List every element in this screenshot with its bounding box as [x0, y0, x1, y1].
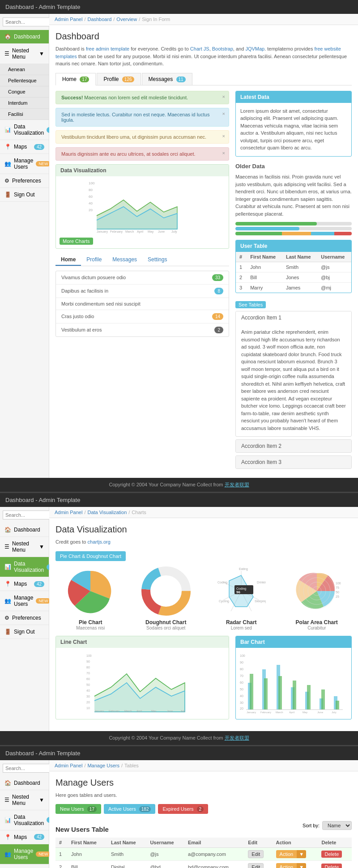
user-tabs-3: New Users 17 Active Users 182 Expired Us… [55, 804, 352, 814]
see-tables-btn[interactable]: See Tables [235, 301, 266, 308]
sidebar-item-prefs-1[interactable]: ⚙ Preferences [0, 174, 49, 188]
svg-text:60: 60 [86, 677, 90, 681]
line-chart-header-2: Line Chart [56, 636, 229, 648]
tab-home-1[interactable]: Home 17 [55, 73, 96, 85]
user-tab-active[interactable]: Active Users 182 [104, 804, 155, 814]
edit-btn-n1[interactable]: Edit [248, 850, 264, 858]
sidebar-item-dashboard-2[interactable]: 🏠 Dashboard [0, 523, 49, 537]
action-caret-n1[interactable]: ▼ [297, 850, 306, 858]
bar-chart-svg: 100 90 80 70 60 50 40 30 20 [239, 651, 348, 714]
submenu-congue-1[interactable]: Congue [0, 86, 49, 98]
action-btn-n1[interactable]: Action [276, 850, 297, 858]
accordion-header-3[interactable]: Accordion Item 3 [236, 456, 351, 468]
svg-rect-73 [293, 681, 296, 710]
inner-tab-messages-1[interactable]: Messages [107, 254, 142, 266]
inner-tab-settings-1[interactable]: Settings [142, 254, 172, 266]
sidebar-item-data-2[interactable]: 📊 Data Visualization 8 [0, 557, 49, 577]
accordion-header-2[interactable]: Accordion Item 2 [236, 440, 351, 452]
footer-link-2[interactable]: 开发者联盟 [225, 735, 249, 740]
sort-select[interactable]: NameDateEmail [322, 821, 352, 830]
delete-btn-n1[interactable]: Delete [321, 851, 342, 858]
close-success-1[interactable]: × [222, 94, 225, 99]
user-tab-new[interactable]: New Users 17 [55, 804, 101, 814]
close-info-1[interactable]: × [222, 111, 225, 116]
svg-text:40: 40 [86, 689, 90, 692]
free-template-link[interactable]: free admin template [86, 46, 129, 51]
data-icon-1: 📊 [4, 127, 11, 133]
accordion-header-1[interactable]: Accordion Item 1 [236, 311, 351, 324]
page-3-wrapper: Go 🏠 Dashboard ☰ Nested Menu ▼ 📊 Data Vi… [0, 760, 358, 868]
footer-link-1[interactable]: 开发者联盟 [225, 482, 249, 487]
older-data-text: Maecenas in facilisis nisi. Proin gravid… [235, 173, 352, 217]
action-btn-n2[interactable]: Action [276, 863, 297, 868]
sidebar-item-prefs-3[interactable]: ⚙ Preferences [0, 864, 49, 868]
tab-messages-1[interactable]: Messages 11 [142, 73, 192, 85]
sidebar-item-data-3[interactable]: 📊 Data Visualization 8 [0, 810, 49, 830]
list-item-4: Cras justo odio 14 [56, 310, 229, 323]
sidebar-item-users-3[interactable]: 👥 Manage Users NEW [0, 844, 49, 864]
bc3-users[interactable]: Manage Users [87, 763, 119, 768]
sidebar-item-maps-2[interactable]: 📍 Maps 42 [0, 577, 49, 591]
inner-tab-home-1[interactable]: Home [55, 254, 81, 266]
sidebar-item-data-1[interactable]: 📊 Data Visualization 8 [0, 120, 49, 140]
bc3-admin[interactable]: Admin Panel [55, 763, 82, 768]
inner-tab-profile-1[interactable]: Profile [81, 254, 107, 266]
sidebar-item-users-2[interactable]: 👥 Manage Users NEW [0, 591, 49, 611]
radar-chart-item: Coding 96 Eating Drinking Sleeping Cycli… [206, 566, 277, 630]
edit-btn-n2[interactable]: Edit [248, 863, 264, 868]
search-bar-2: Go [0, 507, 49, 523]
sidebar-item-dashboard-3[interactable]: 🏠 Dashboard [0, 776, 49, 790]
th-lastname: Last Name [282, 252, 317, 262]
submenu-aenean-1[interactable]: Aenean [0, 64, 49, 75]
sidebar-item-nested-3[interactable]: ☰ Nested Menu ▼ [0, 790, 49, 810]
breadcrumb-dashboard-1[interactable]: Dashboard [87, 17, 111, 22]
maps-badge-1: 42 [34, 144, 44, 150]
tab-profile-1[interactable]: Profile 126 [97, 73, 141, 85]
pb-3 [235, 232, 352, 235]
user-row-1: 1JohnSmith@js [236, 262, 351, 272]
breadcrumb-overview-1[interactable]: Overview [116, 17, 137, 22]
bc2-admin[interactable]: Admin Panel [55, 510, 82, 515]
sidebar-item-dashboard-1[interactable]: 🏠 Dashboard [0, 30, 49, 44]
main-content-1: Admin Panel / Dashboard / Overview / Sig… [49, 14, 358, 478]
svg-text:100: 100 [89, 181, 95, 185]
chartjs-link-2[interactable]: chartjs.org [88, 539, 111, 545]
sidebar-3: Go 🏠 Dashboard ☰ Nested Menu ▼ 📊 Data Vi… [0, 760, 49, 868]
svg-text:Eating: Eating [239, 567, 248, 571]
action-n1: Action▼ [276, 850, 315, 858]
bc2-data[interactable]: Data Visualization [87, 510, 127, 515]
more-charts-btn-1[interactable]: More Charts [60, 238, 93, 245]
active-users-count: 182 [139, 806, 151, 812]
delete-btn-n2[interactable]: Delete [321, 864, 342, 868]
latest-data-body: Lorem ipsum dolor sit amet, consectetur … [236, 103, 351, 156]
app-title-1: Dashboard - Admin Template [5, 4, 80, 10]
sidebar-item-nested-1[interactable]: ☰ Nested Menu ▼ [0, 44, 49, 64]
user-tab-expired[interactable]: Expired Users 2 [158, 804, 208, 814]
sidebar-item-signout-1[interactable]: 🚪 Sign Out [0, 188, 49, 202]
submenu-facilisi-1[interactable]: Facilisi [0, 109, 49, 120]
sidebar-item-signout-2[interactable]: 🚪 Sign Out [0, 625, 49, 639]
close-warning-1[interactable]: × [222, 133, 225, 139]
breadcrumb-admin-1[interactable]: Admin Panel [55, 17, 82, 22]
radar-label: Radar Chart [206, 619, 277, 625]
jqvmap-link[interactable]: JQVMap [245, 46, 264, 51]
user-table-1: # First Name Last Name Username 1JohnSmi… [236, 252, 351, 293]
footer-2: Copyright © 2004 Your Company Name Colle… [0, 731, 358, 745]
latest-data-header: Latest Data [236, 91, 351, 103]
chartjs-link[interactable]: Chart JS [190, 46, 209, 51]
svg-text:June: June [167, 710, 173, 712]
svg-text:50: 50 [86, 683, 90, 686]
nth-num: # [55, 838, 68, 848]
sidebar-item-maps-1[interactable]: 📍 Maps 42 [0, 140, 49, 154]
svg-text:February: February [110, 230, 123, 234]
submenu-pellentesque-1[interactable]: Pellentesque [0, 75, 49, 86]
close-danger-1[interactable]: × [222, 150, 225, 156]
sidebar-item-users-1[interactable]: 👥 Manage Users NEW [0, 154, 49, 174]
bootstrap-link[interactable]: Bootstrap [212, 46, 233, 51]
action-caret-n2[interactable]: ▼ [297, 863, 306, 868]
sidebar-item-maps-3[interactable]: 📍 Maps 42 [0, 830, 49, 844]
svg-text:Coding: Coding [217, 581, 227, 584]
sidebar-item-prefs-2[interactable]: ⚙ Preferences [0, 611, 49, 625]
submenu-interdum-1[interactable]: Interdum [0, 98, 49, 109]
sidebar-item-nested-2[interactable]: ☰ Nested Menu ▼ [0, 537, 49, 557]
